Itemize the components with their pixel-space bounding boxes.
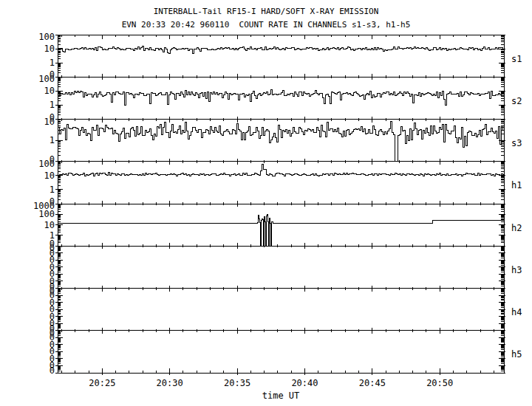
x-tick-label: 20:35 (224, 378, 250, 388)
panel-label-h2: h2 (511, 223, 522, 233)
axes (55, 35, 505, 375)
trace-s3 (58, 121, 504, 162)
y-tick-label-s3: 1 (50, 135, 55, 145)
y-tick-label-s3: 10 (44, 117, 55, 127)
y-tick-label-h2: 10 (44, 220, 55, 230)
y-tick-label-s1: 1 (50, 58, 55, 68)
panel-label-h4: h4 (511, 307, 522, 317)
x-tick-label: 20:25 (89, 378, 115, 388)
trace-h1 (58, 164, 504, 176)
x-tick-label: 20:45 (359, 378, 386, 388)
y-tick-label-h1: 10 (44, 171, 55, 181)
y-tick-label-h2: 100 (38, 209, 55, 219)
x-tick-label: 20:40 (291, 378, 318, 388)
trace-s1 (58, 47, 504, 54)
panel-label-s2: s2 (511, 96, 522, 106)
xray-plot-page: INTERBALL-Tail RF15-I HARD/SOFT X-RAY EM… (0, 0, 532, 406)
panel-label-h1: h1 (511, 180, 522, 190)
y-tick-label-s2: 100 (38, 74, 55, 84)
y-tick-label-h1: 100 (38, 159, 55, 169)
panel-label-s1: s1 (511, 54, 522, 64)
y-tick-label-s2: 10 (44, 86, 55, 96)
y-tick-label-h5: 0 (50, 365, 55, 376)
x-axis-label: time UT (58, 390, 504, 401)
labels: 20:2520:3020:3520:4020:4520:501001010s11… (33, 32, 522, 388)
x-tick-label: 20:50 (426, 378, 453, 388)
x-tick-label: 20:30 (157, 378, 183, 388)
y-tick-label-h1: 1 (50, 185, 55, 195)
y-tick-label-s2: 1 (50, 100, 55, 110)
plot-canvas: 20:2520:3020:3520:4020:4520:501001010s11… (0, 0, 532, 406)
trace-h2 (58, 215, 504, 246)
panel-label-h3: h3 (511, 265, 522, 275)
y-tick-label-s1: 10 (44, 44, 55, 54)
trace-s2 (58, 90, 504, 106)
panel-label-s3: s3 (511, 138, 522, 148)
traces (58, 47, 504, 246)
y-tick-label-s1: 100 (38, 32, 55, 42)
panel-label-h5: h5 (511, 349, 522, 359)
